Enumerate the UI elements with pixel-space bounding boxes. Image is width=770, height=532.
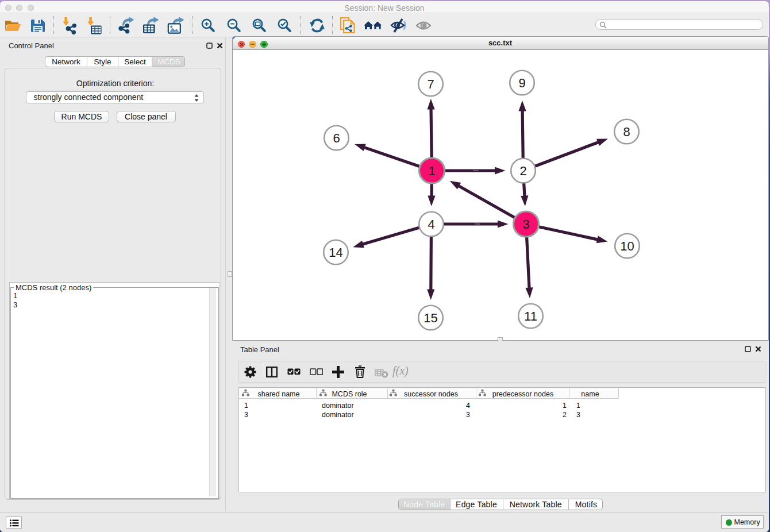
- svg-text:8: 8: [623, 125, 630, 139]
- svg-text:14: 14: [329, 245, 342, 260]
- svg-text:1: 1: [428, 164, 435, 178]
- svg-text:15: 15: [424, 311, 437, 325]
- svg-text:9: 9: [518, 76, 525, 90]
- svg-text:6: 6: [333, 131, 340, 145]
- svg-text:11: 11: [524, 309, 537, 323]
- svg-text:7: 7: [427, 77, 434, 91]
- svg-text:3: 3: [522, 217, 529, 232]
- svg-text:4: 4: [428, 217, 434, 232]
- svg-text:10: 10: [620, 239, 634, 253]
- svg-text:2: 2: [519, 164, 526, 178]
